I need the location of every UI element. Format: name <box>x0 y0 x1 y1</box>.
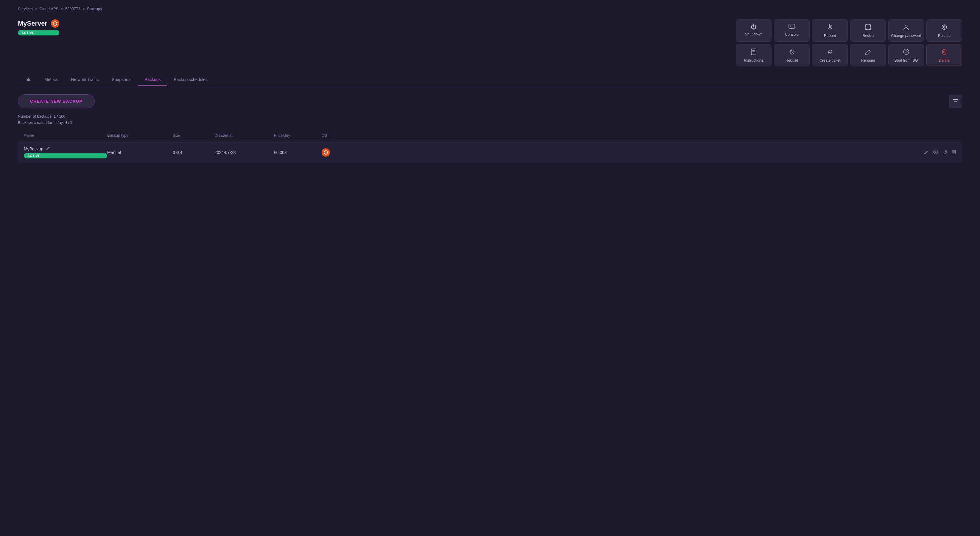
backups-count: Number of backups: 1 / 100 <box>18 114 962 119</box>
tab-network-traffic[interactable]: Network Traffic <box>64 73 105 86</box>
console-button[interactable]: Console <box>774 19 810 42</box>
backup-name: MyBackup <box>24 146 43 151</box>
col-os: OS <box>321 133 357 138</box>
col-backup-type: Backup type <box>107 133 173 138</box>
backup-type: Manual <box>107 150 173 155</box>
breadcrumb-services[interactable]: Services <box>18 6 33 11</box>
main-page: Services > Cloud VPS > 5203773 > Backups… <box>0 0 980 175</box>
toolbar-row: CREATE NEW BACKUP <box>18 94 962 108</box>
backup-edit-icon[interactable] <box>924 150 929 156</box>
backup-size: 3 GB <box>173 150 215 155</box>
row-actions <box>357 150 956 156</box>
tab-backup-schedules[interactable]: Backup schedules <box>167 73 214 86</box>
backup-price-day: €0.003 <box>274 150 321 155</box>
rebuild-icon <box>789 49 795 56</box>
filter-icon <box>953 99 958 103</box>
actions-grid: ⏻ Shut down Console <box>736 19 962 67</box>
change-password-icon <box>903 24 909 31</box>
backup-delete-icon[interactable] <box>952 150 956 156</box>
rename-icon <box>865 49 871 56</box>
boot-from-iso-label: Boot from ISO <box>894 58 918 62</box>
backup-rollback-icon[interactable] <box>942 150 948 156</box>
rescue-button[interactable]: Rescue <box>926 19 962 42</box>
backup-created-at: 2024-07-23 <box>215 150 274 155</box>
svg-point-3 <box>53 24 54 25</box>
server-os-icon <box>51 19 59 28</box>
boot-from-iso-button[interactable]: Boot from ISO <box>888 44 924 67</box>
tab-snapshots[interactable]: Snapshots <box>105 73 138 86</box>
console-icon <box>789 24 795 30</box>
backup-restore-icon[interactable] <box>933 150 938 156</box>
svg-point-2 <box>56 24 57 25</box>
create-new-backup-button[interactable]: CREATE NEW BACKUP <box>18 94 95 108</box>
server-info: MyServer ACTIVE <box>18 19 59 35</box>
delete-icon <box>942 49 947 56</box>
col-size: Size <box>173 133 215 138</box>
create-ticket-icon <box>827 49 833 56</box>
svg-point-1 <box>55 21 56 22</box>
console-label: Console <box>785 32 799 37</box>
content-area: CREATE NEW BACKUP Number of backups: 1 /… <box>18 94 962 162</box>
breadcrumb-cloud-vps[interactable]: Cloud VPS <box>40 6 59 11</box>
server-name-row: MyServer <box>18 19 59 28</box>
boot-from-iso-icon <box>903 49 909 56</box>
rename-label: Rename <box>861 58 875 62</box>
rescue-icon <box>941 24 948 31</box>
reboot-label: Reboot <box>824 33 836 38</box>
create-ticket-button[interactable]: Create ticket <box>812 44 848 67</box>
instructions-label: Instructions <box>744 58 763 62</box>
backups-today: Backups created for today: 4 / 5 <box>18 120 962 125</box>
tab-info[interactable]: Info <box>18 73 38 86</box>
rescue-label: Rescue <box>938 33 951 38</box>
change-password-button[interactable]: Change password <box>888 19 924 42</box>
rename-button[interactable]: Rename <box>850 44 886 67</box>
svg-point-12 <box>829 52 830 53</box>
svg-point-19 <box>324 153 325 154</box>
backup-name-cell: MyBackup ACTIVE <box>24 146 107 158</box>
shut-down-button[interactable]: ⏻ Shut down <box>736 19 772 42</box>
rebuild-label: Rebuild <box>786 58 798 62</box>
reboot-button[interactable]: Reboot <box>812 19 848 42</box>
svg-point-17 <box>326 150 326 151</box>
instructions-icon <box>751 49 757 56</box>
filter-button[interactable] <box>949 95 962 108</box>
server-name: MyServer <box>18 20 47 27</box>
backup-name-edit-icon[interactable] <box>46 146 50 151</box>
svg-rect-4 <box>789 24 795 28</box>
tab-metrics[interactable]: Metrics <box>38 73 64 86</box>
power-icon: ⏻ <box>751 24 757 30</box>
rebuild-button[interactable]: Rebuild <box>774 44 810 67</box>
breadcrumb: Services > Cloud VPS > 5203773 > Backups <box>18 6 962 11</box>
backup-status-badge: ACTIVE <box>24 153 107 158</box>
col-price-day: Price/day <box>274 133 321 138</box>
resize-icon <box>865 24 871 31</box>
svg-point-18 <box>327 153 328 154</box>
delete-label: Delete <box>939 58 950 62</box>
resize-button[interactable]: Resize <box>850 19 886 42</box>
svg-point-8 <box>943 26 945 28</box>
table-header: Name Backup type Size Created at Price/d… <box>18 130 962 141</box>
table-row: MyBackup ACTIVE Manual 3 GB 2024-07-23 €… <box>18 142 962 162</box>
backup-os-icon <box>321 148 330 157</box>
breadcrumb-current: Backups <box>87 6 102 11</box>
change-password-label: Change password <box>891 33 921 38</box>
shut-down-label: Shut down <box>745 32 762 36</box>
col-name: Name <box>24 133 107 138</box>
tabs: Info Metrics Network Traffic Snapshots B… <box>18 73 962 86</box>
reboot-icon <box>827 24 833 31</box>
tab-backups[interactable]: Backups <box>138 73 167 86</box>
svg-point-6 <box>905 25 907 27</box>
col-created-at: Created at <box>215 133 274 138</box>
backup-name-row: MyBackup <box>24 146 107 151</box>
svg-point-15 <box>906 51 907 52</box>
create-ticket-label: Create ticket <box>819 58 840 62</box>
breadcrumb-server-id[interactable]: 5203773 <box>65 6 80 11</box>
svg-point-10 <box>791 51 793 53</box>
server-status-badge: ACTIVE <box>18 30 59 35</box>
server-header: MyServer ACTIVE ⏻ Shut down <box>18 19 962 67</box>
resize-label: Resize <box>862 33 874 38</box>
svg-point-5 <box>829 27 831 28</box>
delete-button[interactable]: Delete <box>926 44 962 67</box>
instructions-button[interactable]: Instructions <box>736 44 772 67</box>
